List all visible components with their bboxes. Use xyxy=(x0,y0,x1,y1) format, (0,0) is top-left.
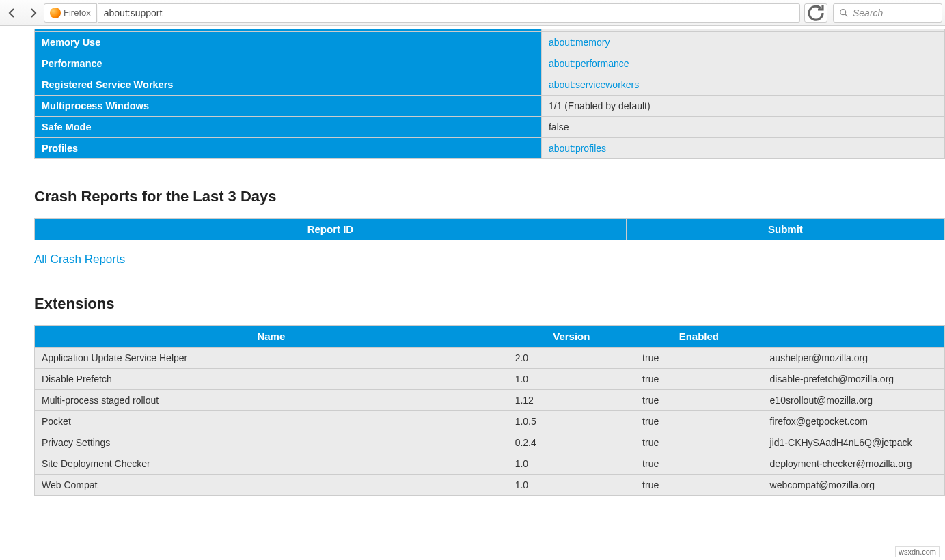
ext-cell-name: Privacy Settings xyxy=(35,432,508,453)
app-basics-label: Multiprocess Windows xyxy=(35,96,542,117)
ext-cell-name: Disable Prefetch xyxy=(35,369,508,390)
url-bar[interactable]: about:support xyxy=(98,3,800,23)
search-icon xyxy=(839,8,849,18)
ext-cell-enabled: true xyxy=(635,390,763,411)
extension-row: Pocket1.0.5truefirefox@getpocket.com xyxy=(35,411,945,432)
app-basics-label: Profiles xyxy=(35,138,542,159)
reload-icon xyxy=(805,2,827,24)
forward-button[interactable] xyxy=(23,3,42,23)
arrow-right-icon xyxy=(27,8,38,18)
ext-cell-name: Site Deployment Checker xyxy=(35,453,508,475)
browser-toolbar: Firefox about:support Search xyxy=(0,0,945,26)
extension-row: Privacy Settings0.2.4truejid1-CKHySAadH4… xyxy=(35,432,945,453)
extension-row: Disable Prefetch1.0truedisable-prefetch@… xyxy=(35,369,945,390)
app-basics-label: Safe Mode xyxy=(35,117,542,138)
page-content: Memory Useabout:memoryPerformanceabout:p… xyxy=(0,29,945,516)
firefox-icon xyxy=(50,8,61,18)
application-basics-table: Memory Useabout:memoryPerformanceabout:p… xyxy=(34,29,945,159)
app-basics-value: about:memory xyxy=(541,32,944,53)
app-basics-row: Registered Service Workersabout:servicew… xyxy=(35,74,945,96)
ext-cell-version: 2.0 xyxy=(508,348,635,369)
ext-cell-enabled: true xyxy=(635,432,763,453)
reload-button[interactable] xyxy=(804,3,827,23)
svg-point-0 xyxy=(840,9,846,14)
crash-reports-heading: Crash Reports for the Last 3 Days xyxy=(34,188,945,206)
all-crash-reports-link[interactable]: All Crash Reports xyxy=(34,253,125,266)
ext-col-version: Version xyxy=(508,326,635,348)
identity-label: Firefox xyxy=(64,8,91,18)
ext-cell-enabled: true xyxy=(635,453,763,475)
extension-row: Web Compat1.0truewebcompat@mozilla.org xyxy=(35,475,945,496)
ext-cell-id: disable-prefetch@mozilla.org xyxy=(763,369,944,390)
ext-cell-version: 1.0 xyxy=(508,453,635,475)
ext-cell-version: 0.2.4 xyxy=(508,432,635,453)
app-basics-label: Registered Service Workers xyxy=(35,74,542,96)
ext-cell-version: 1.0 xyxy=(508,475,635,496)
app-basics-label: Memory Use xyxy=(35,32,542,53)
app-basics-value: about:serviceworkers xyxy=(541,74,944,96)
ext-cell-enabled: true xyxy=(635,411,763,432)
crash-col-report-id: Report ID xyxy=(35,219,627,240)
ext-cell-name: Application Update Service Helper xyxy=(35,348,508,369)
ext-col-id xyxy=(763,326,944,348)
app-basics-value: about:profiles xyxy=(541,138,944,159)
ext-cell-id: e10srollout@mozilla.org xyxy=(763,390,944,411)
app-basics-row: Performanceabout:performance xyxy=(35,53,945,74)
app-basics-link[interactable]: about:performance xyxy=(549,58,629,69)
app-basics-value: 1/1 (Enabled by default) xyxy=(541,96,944,117)
ext-cell-id: firefox@getpocket.com xyxy=(763,411,944,432)
ext-cell-name: Web Compat xyxy=(35,475,508,496)
app-basics-row: Safe Modefalse xyxy=(35,117,945,138)
app-basics-value: false xyxy=(541,117,944,138)
back-button[interactable] xyxy=(3,3,22,23)
extensions-heading: Extensions xyxy=(34,295,945,313)
app-basics-link[interactable]: about:memory xyxy=(549,37,610,48)
ext-cell-id: webcompat@mozilla.org xyxy=(763,475,944,496)
ext-cell-id: aushelper@mozilla.org xyxy=(763,348,944,369)
ext-cell-name: Pocket xyxy=(35,411,508,432)
ext-cell-version: 1.0 xyxy=(508,369,635,390)
extensions-table: Name Version Enabled Application Update … xyxy=(34,325,945,496)
app-basics-row: Memory Useabout:memory xyxy=(35,32,945,53)
extension-row: Site Deployment Checker1.0truedeployment… xyxy=(35,453,945,475)
arrow-left-icon xyxy=(7,8,18,18)
toolbar-search[interactable]: Search xyxy=(833,3,942,23)
app-basics-row: Multiprocess Windows1/1 (Enabled by defa… xyxy=(35,96,945,117)
ext-cell-version: 1.0.5 xyxy=(508,411,635,432)
ext-cell-enabled: true xyxy=(635,475,763,496)
crash-reports-table: Report ID Submit xyxy=(34,218,945,240)
ext-col-enabled: Enabled xyxy=(635,326,763,348)
app-basics-row: Profilesabout:profiles xyxy=(35,138,945,159)
url-text: about:support xyxy=(104,8,163,18)
extension-row: Multi-process staged rollout1.12truee10s… xyxy=(35,390,945,411)
ext-cell-id: deployment-checker@mozilla.org xyxy=(763,453,944,475)
url-identity[interactable]: Firefox xyxy=(44,3,97,23)
ext-cell-id: jid1-CKHySAadH4nL6Q@jetpack xyxy=(763,432,944,453)
app-basics-link[interactable]: about:profiles xyxy=(549,143,606,154)
extension-row: Application Update Service Helper2.0true… xyxy=(35,348,945,369)
ext-col-name: Name xyxy=(35,326,508,348)
ext-cell-version: 1.12 xyxy=(508,390,635,411)
ext-cell-name: Multi-process staged rollout xyxy=(35,390,508,411)
ext-cell-enabled: true xyxy=(635,369,763,390)
search-placeholder: Search xyxy=(853,8,883,18)
app-basics-link[interactable]: about:serviceworkers xyxy=(549,79,639,90)
app-basics-label: Performance xyxy=(35,53,542,74)
ext-cell-enabled: true xyxy=(635,348,763,369)
app-basics-value: about:performance xyxy=(541,53,944,74)
crash-col-submitted: Submit xyxy=(626,219,944,240)
